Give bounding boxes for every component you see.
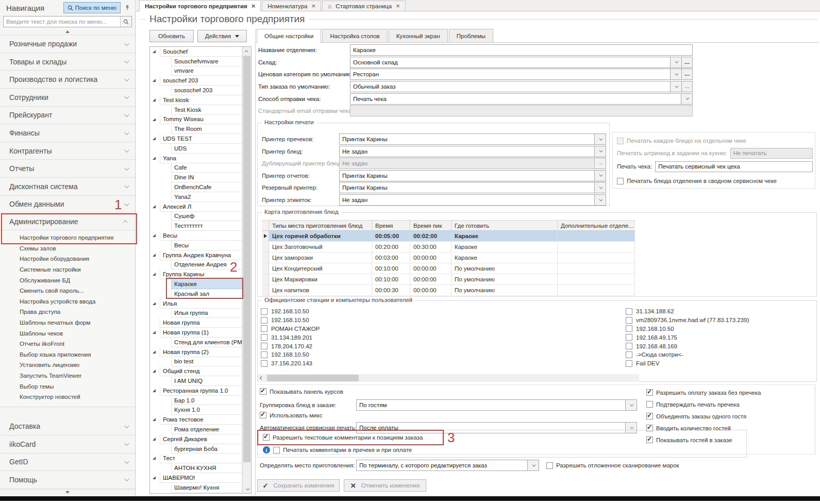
dropdown-button[interactable]: [595, 182, 606, 193]
settings-tab-3[interactable]: Проблемы: [449, 29, 493, 42]
station-item[interactable]: 178.204.170.42: [261, 342, 320, 350]
field-input[interactable]: Ресторан: [350, 69, 671, 80]
tree-node-33[interactable]: Общий стенд: [150, 366, 242, 376]
checkbox-icon[interactable]: [261, 325, 267, 332]
sidebar-section-sections_top-3[interactable]: Сотрудники: [0, 89, 135, 107]
sidebar-section-sections_top-9[interactable]: Обмен данными: [0, 196, 135, 214]
admin-item-1[interactable]: Схемы залов: [0, 243, 135, 254]
tree-node-23[interactable]: Группа Карины: [150, 270, 242, 279]
table-row[interactable]: Цех напитков00:00:3000:00:00По умолчанию: [262, 285, 635, 296]
tree-node-41[interactable]: бургерная Боба: [150, 444, 242, 454]
allow-comments-option[interactable]: Разрешить текстовые комментарии к позици…: [263, 434, 423, 441]
field-input[interactable]: Караоке: [350, 44, 693, 56]
search-submit-button[interactable]: [120, 16, 131, 27]
checkbox-icon[interactable]: [273, 447, 280, 453]
field-input[interactable]: Принтак Карины: [339, 182, 595, 193]
order-option-0[interactable]: Разрешить оплату заказа без пречека: [646, 387, 761, 398]
dropdown-button[interactable]: [595, 170, 606, 181]
tree-node-26[interactable]: Илья: [150, 299, 242, 309]
tree-node-21[interactable]: Группа Андрея Кравчуна: [150, 250, 242, 260]
table-column-header[interactable]: Время пик: [410, 220, 451, 231]
tree-node-34[interactable]: I AM UNIQ: [150, 376, 242, 386]
refresh-button[interactable]: Обновить: [149, 30, 194, 42]
table-row[interactable]: Цех Заготовочный00:20:0000:30:00Караоке: [262, 242, 635, 253]
sidebar-section-sections_bottom-2[interactable]: GetID: [0, 453, 135, 472]
station-item[interactable]: vm2809736.1nvme.had.wf (77.83.173.239): [626, 316, 749, 325]
field-input[interactable]: Обычный заказ: [350, 81, 671, 92]
sidebar-collapse-strip[interactable]: [0, 28, 135, 35]
dropdown-button[interactable]: [671, 69, 682, 80]
tree-node-11[interactable]: Yana: [150, 154, 242, 163]
tab-2[interactable]: ⌂Стартовая страница×: [322, 1, 406, 11]
sidebar-section-sections_bottom-3[interactable]: Помощь: [0, 471, 135, 489]
tree-node-29[interactable]: Новая группа (1): [150, 328, 242, 338]
table-row[interactable]: Цех Кондитерский00:10:0000:00:00По умолч…: [262, 263, 635, 274]
show-courses-option[interactable]: Показывать панель курсов: [260, 388, 343, 395]
sidebar-section-sections_top-0[interactable]: Розничные продажи: [0, 35, 135, 53]
station-item[interactable]: ->Сюда смотри<-: [626, 350, 749, 359]
checkbox-icon[interactable]: [626, 325, 632, 332]
tree-node-44[interactable]: ШАВЕРМО!: [150, 473, 242, 483]
tree-node-45[interactable]: Шавермо! Кухня: [150, 483, 242, 493]
field-input[interactable]: Печать чека: [350, 93, 681, 105]
order-option-1[interactable]: Подтверждать печать пречека: [646, 398, 761, 410]
tree-node-36[interactable]: Бар 1.0: [150, 396, 242, 406]
station-item[interactable]: 37.156.220.143: [261, 359, 320, 368]
admin-item-4[interactable]: Обслуживание БД: [0, 275, 135, 285]
checkbox-icon[interactable]: [646, 401, 653, 408]
dropdown-button[interactable]: [595, 194, 606, 206]
station-item[interactable]: 192.168.10.50: [626, 325, 749, 333]
dropdown-button[interactable]: [626, 399, 637, 411]
receipt-print-field[interactable]: Печатать сервисный чек цеха: [655, 161, 813, 172]
tree-node-20[interactable]: Весы: [150, 241, 242, 250]
checkbox-icon[interactable]: [626, 334, 632, 341]
dropdown-button[interactable]: [528, 460, 539, 471]
use-mix-option[interactable]: Использовать микс: [260, 412, 322, 418]
ellipsis-button[interactable]: ...: [682, 81, 693, 92]
order-option-2[interactable]: Объединять заказы одного гостя: [646, 410, 761, 422]
checkbox-icon[interactable]: [260, 388, 266, 395]
tree-node-19[interactable]: Весы: [150, 231, 242, 241]
tab-1[interactable]: Номенклатура×: [262, 1, 321, 11]
order-option-3[interactable]: Вводить количество гостей: [646, 422, 761, 434]
tree-node-42[interactable]: Тест: [150, 453, 242, 463]
save-button[interactable]: ✓ Сохранить изменения: [257, 479, 340, 492]
admin-item-10[interactable]: Отчеты iikoFront: [0, 339, 135, 349]
scroll-down-button[interactable]: [243, 485, 251, 493]
tree-node-30[interactable]: Стенд для клиентов (РМ): [150, 338, 242, 347]
tree-node-35[interactable]: Ресторанная группа 1.0: [150, 386, 242, 396]
admin-item-0[interactable]: Настройки торгового предприятия: [0, 232, 135, 243]
sidebar-scroll-down-strip[interactable]: [0, 489, 135, 496]
tree-node-38[interactable]: Рома тестовое: [150, 415, 242, 425]
tree-node-3[interactable]: souschef 203: [150, 76, 242, 86]
sidebar-section-sections_top-1[interactable]: Товары и склады: [0, 53, 135, 71]
tab-0[interactable]: Настройки торгового предприятия×: [139, 0, 261, 11]
checkbox-icon[interactable]: [261, 334, 267, 341]
dropdown-button[interactable]: [681, 93, 693, 105]
checkbox-icon[interactable]: [646, 389, 653, 396]
tree-node-14[interactable]: OnBenchCafe: [150, 182, 242, 192]
tree-node-13[interactable]: Dine IN: [150, 173, 242, 182]
tree-node-40[interactable]: Сергей Дикарев: [150, 434, 242, 444]
tree-node-28[interactable]: Новая группа: [150, 318, 242, 328]
station-item[interactable]: 192.168.10.50: [261, 307, 320, 316]
field-input[interactable]: Не задан: [339, 146, 595, 157]
scrollbar-thumb[interactable]: [243, 56, 250, 462]
scroll-left-button[interactable]: [258, 374, 265, 382]
tree-node-2[interactable]: vmvare: [150, 66, 242, 76]
cooking-place-field[interactable]: По терминалу, с которого редактируется з…: [356, 460, 528, 471]
dropdown-button[interactable]: [595, 158, 606, 169]
table-column-header[interactable]: Типы места приготовления блюд: [269, 220, 372, 231]
barcode-field[interactable]: Не печатать: [730, 148, 813, 159]
sidebar-section-sections_top-5[interactable]: Финансы: [0, 124, 135, 142]
tree-node-22[interactable]: Отделение Андрея: [150, 260, 242, 270]
field-input[interactable]: Принтак Карины: [339, 133, 595, 145]
scroll-up-button[interactable]: [243, 47, 251, 55]
tree-node-12[interactable]: Cafe: [150, 163, 242, 173]
ellipsis-button[interactable]: ...: [682, 57, 693, 68]
admin-item-15[interactable]: Конструктор новостей: [0, 392, 135, 402]
tree-node-9[interactable]: UDS TEST: [150, 134, 242, 144]
tree-node-18[interactable]: Тесттттттт: [150, 221, 242, 231]
admin-item-5[interactable]: Сменить свой пароль...: [0, 285, 135, 296]
tree-node-0[interactable]: Souschef: [150, 47, 242, 57]
